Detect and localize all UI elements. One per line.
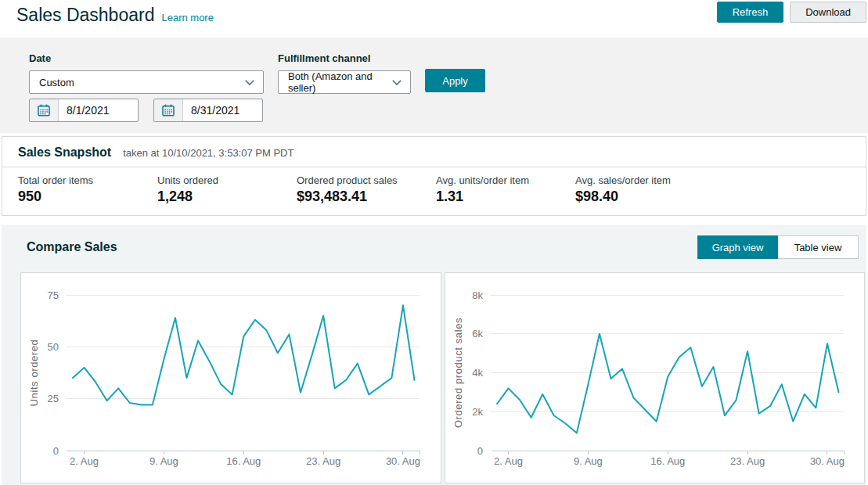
svg-text:30. Aug: 30. Aug [809, 455, 844, 467]
fulfillment-channel-value: Both (Amazon and seller) [288, 70, 392, 94]
channel-filter-label: Fulfillment channel [278, 52, 425, 64]
snapshot-timestamp: taken at 10/10/2021, 3:53:07 PM PDT [123, 147, 294, 159]
svg-text:Units ordered: Units ordered [28, 340, 40, 407]
sales-snapshot-title: Sales Snapshot [18, 146, 111, 160]
snapshot-stats-row: Total order items 950 Units ordered 1,24… [2, 167, 866, 215]
compare-sales-header: Compare Sales Graph view Table view [27, 235, 859, 259]
view-toggle: Graph view Table view [697, 235, 859, 259]
svg-text:23. Aug: 23. Aug [306, 455, 340, 467]
svg-text:25: 25 [48, 393, 59, 404]
date-filter-group: Date Custom [29, 52, 264, 122]
stat-value: 1,248 [157, 189, 297, 205]
svg-text:2. Aug: 2. Aug [70, 455, 99, 467]
ordered-product-sales-chart: 02k4k6k8k2. Aug9. Aug16. Aug23. Aug30. A… [445, 273, 864, 481]
svg-text:75: 75 [48, 289, 59, 301]
date-inputs-row [29, 99, 264, 122]
units-ordered-chart-panel: 02550752. Aug9. Aug16. Aug23. Aug30. Aug… [20, 272, 441, 483]
stat-value: $93,483.41 [297, 189, 436, 205]
compare-sales-section: Compare Sales Graph view Table view 0255… [2, 225, 866, 485]
stat-label: Units ordered [157, 174, 297, 186]
stat-label: Avg. sales/order item [575, 174, 715, 186]
svg-text:Ordered product sales: Ordered product sales [452, 318, 464, 428]
page-title: Sales Dashboard [16, 5, 154, 26]
chevron-down-icon [392, 77, 402, 88]
stat-value: 1.31 [436, 189, 575, 205]
units-ordered-chart: 02550752. Aug9. Aug16. Aug23. Aug30. Aug… [21, 273, 440, 481]
stat-label: Avg. units/order item [436, 174, 575, 186]
title-wrap: Sales Dashboard Learn more [16, 2, 214, 26]
svg-text:6k: 6k [472, 328, 483, 340]
date-from-input[interactable] [59, 99, 138, 121]
stat-total-order-items: Total order items 950 [18, 174, 157, 205]
svg-text:30. Aug: 30. Aug [386, 455, 420, 467]
download-button[interactable]: Download [790, 2, 866, 23]
sales-snapshot-header: Sales Snapshot taken at 10/10/2021, 3:53… [2, 137, 866, 167]
stat-avg-sales-order-item: Avg. sales/order item $98.40 [575, 174, 715, 205]
stat-ordered-product-sales: Ordered product sales $93,483.41 [297, 174, 436, 205]
stat-label: Ordered product sales [297, 174, 436, 186]
svg-text:23. Aug: 23. Aug [730, 455, 765, 467]
apply-button[interactable]: Apply [425, 69, 485, 92]
date-filter-label: Date [29, 52, 264, 64]
learn-more-link[interactable]: Learn more [161, 12, 213, 23]
stat-value: $98.40 [575, 189, 715, 205]
svg-text:4k: 4k [472, 367, 483, 379]
date-to-field [153, 99, 263, 122]
date-range-select-value: Custom [39, 77, 74, 88]
stat-units-ordered: Units ordered 1,248 [157, 174, 297, 205]
svg-text:9. Aug: 9. Aug [149, 455, 178, 467]
svg-text:50: 50 [48, 341, 59, 353]
svg-text:16. Aug: 16. Aug [650, 455, 685, 467]
fulfillment-channel-select[interactable]: Both (Amazon and seller) [278, 70, 411, 94]
svg-text:0: 0 [477, 445, 482, 457]
svg-text:9. Aug: 9. Aug [573, 455, 602, 467]
apply-wrap: Apply [425, 52, 485, 92]
calendar-icon[interactable] [154, 99, 183, 121]
ordered-product-sales-chart-panel: 02k4k6k8k2. Aug9. Aug16. Aug23. Aug30. A… [445, 272, 866, 483]
charts-row: 02550752. Aug9. Aug16. Aug23. Aug30. Aug… [3, 272, 865, 483]
sales-snapshot-panel: Sales Snapshot taken at 10/10/2021, 3:53… [2, 136, 866, 216]
calendar-icon[interactable] [30, 99, 59, 121]
topbar-buttons: Refresh Download [717, 2, 866, 23]
chevron-down-icon [245, 77, 254, 88]
svg-text:0: 0 [53, 445, 59, 457]
stat-avg-units-order-item: Avg. units/order item 1.31 [436, 174, 575, 205]
svg-text:16. Aug: 16. Aug [226, 455, 261, 467]
svg-text:8k: 8k [472, 289, 483, 301]
date-range-select[interactable]: Custom [29, 70, 264, 94]
svg-text:2. Aug: 2. Aug [494, 455, 523, 467]
stat-value: 950 [18, 189, 157, 205]
svg-text:2k: 2k [472, 406, 483, 418]
top-bar: Sales Dashboard Learn more Refresh Downl… [0, 0, 868, 38]
refresh-button[interactable]: Refresh [717, 2, 784, 23]
stat-label: Total order items [18, 174, 157, 186]
channel-filter-group: Fulfillment channel Both (Amazon and sel… [278, 52, 425, 94]
table-view-button[interactable]: Table view [778, 235, 859, 259]
graph-view-button[interactable]: Graph view [697, 235, 778, 259]
compare-sales-title: Compare Sales [27, 240, 117, 254]
filter-bar: Date Custom [0, 38, 868, 133]
date-to-input[interactable] [183, 99, 262, 121]
date-from-field [29, 99, 139, 122]
